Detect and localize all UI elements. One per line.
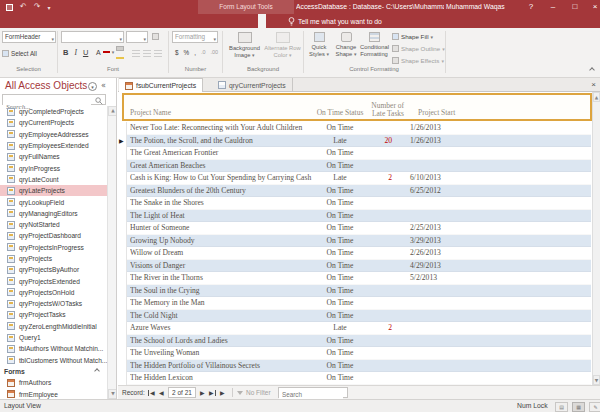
- previous-record-button[interactable]: ◀: [159, 386, 164, 399]
- background-image-button[interactable]: Background Image ▾: [226, 30, 263, 66]
- nav-item-query[interactable]: qryLateCount: [0, 174, 107, 185]
- cell-project-start[interactable]: 1/26/2013: [410, 135, 441, 148]
- format-painter-icon[interactable]: [152, 33, 159, 40]
- column-header-project-start[interactable]: Project Start: [418, 108, 455, 117]
- nav-scrollbar[interactable]: ▲ ▼: [107, 106, 117, 399]
- table-row[interactable]: ▶ The Potion, the Scroll, and the Cauldr…: [127, 135, 591, 148]
- selection-type-combo[interactable]: FormHeader ▾: [2, 31, 56, 43]
- close-button[interactable]: ×: [586, 0, 600, 14]
- ribbon-tab[interactable]: [226, 14, 234, 28]
- nav-item-query[interactable]: qryProjectsW/OTasks: [0, 298, 107, 309]
- quick-styles-button[interactable]: Quick Styles ▾: [306, 30, 332, 66]
- nav-item-query[interactable]: qryLateProjects: [0, 185, 107, 196]
- conditional-formatting-button[interactable]: Conditional Formatting: [360, 30, 388, 66]
- cell-late-tasks[interactable]: 2: [375, 172, 392, 185]
- align-right-icon[interactable]: [154, 50, 162, 57]
- form-view-button[interactable]: ▤: [555, 402, 568, 412]
- nav-item-query[interactable]: qryProjectsOnHold: [0, 287, 107, 298]
- design-view-button[interactable]: ✎: [589, 402, 600, 412]
- nav-item-query[interactable]: Query1: [0, 332, 107, 343]
- cell-on-time-status[interactable]: On Time: [312, 360, 368, 373]
- document-tab[interactable]: qryCurrentProjects: [212, 78, 293, 92]
- cell-on-time-status[interactable]: On Time: [312, 297, 368, 310]
- record-search-input[interactable]: [279, 390, 343, 399]
- ribbon-tab[interactable]: [93, 14, 101, 28]
- table-row[interactable]: ▶ Great American Beaches On Time: [127, 160, 591, 173]
- help-button[interactable]: ?: [522, 0, 540, 14]
- cell-on-time-status[interactable]: On Time: [312, 247, 368, 260]
- nav-item-query[interactable]: qryManagingEditors: [0, 208, 107, 219]
- layout-view-button[interactable]: ▦: [572, 402, 585, 412]
- cell-project-start[interactable]: 6/25/2012: [410, 185, 441, 198]
- italic-button[interactable]: I: [74, 48, 77, 57]
- scroll-up-icon[interactable]: ▲: [108, 106, 117, 116]
- cell-on-time-status[interactable]: On Time: [312, 310, 368, 323]
- underline-button[interactable]: U: [83, 48, 88, 57]
- column-header-late-tasks[interactable]: Number ofLate Tasks: [362, 102, 404, 118]
- form-header-selected[interactable]: Project Name On Time Status Number ofLat…: [122, 93, 592, 121]
- fill-color-button[interactable]: [116, 45, 124, 57]
- shape-outline-button[interactable]: Shape Outline ▾: [392, 43, 445, 54]
- table-row[interactable]: ▶ The Light of Heat On Time: [127, 210, 591, 223]
- nav-item-query[interactable]: qryProjectsInProgress: [0, 242, 107, 253]
- cell-on-time-status[interactable]: On Time: [312, 285, 368, 298]
- qat-customize-icon[interactable]: ▾: [47, 4, 50, 11]
- table-row[interactable]: ▶ The Cold Night On Time: [127, 310, 591, 323]
- font-size-combo[interactable]: ▾: [126, 31, 148, 43]
- nav-item-query[interactable]: qryNotStarted: [0, 219, 107, 230]
- currency-button[interactable]: $: [175, 49, 179, 56]
- ribbon-tab[interactable]: [6, 14, 14, 28]
- comma-button[interactable]: ,: [194, 49, 196, 56]
- font-name-combo[interactable]: ▾: [61, 31, 124, 43]
- cell-on-time-status[interactable]: On Time: [312, 235, 368, 248]
- nav-item-query[interactable]: tblCustomers Without Match...: [0, 355, 107, 366]
- document-tab[interactable]: fsubCurrentProjects: [119, 78, 203, 92]
- cell-on-time-status[interactable]: Late: [312, 322, 368, 335]
- ribbon-tab[interactable]: [29, 14, 37, 28]
- table-row[interactable]: ▶ The Memory in the Man On Time: [127, 297, 591, 310]
- cell-project-start[interactable]: 4/29/2013: [410, 260, 441, 273]
- cell-late-tasks[interactable]: 20: [375, 135, 392, 148]
- nav-item-query[interactable]: qryFullNames: [0, 151, 107, 162]
- ribbon-tab[interactable]: [140, 14, 148, 28]
- ribbon-tab[interactable]: [198, 14, 206, 28]
- table-row[interactable]: ▶ Visions of Danger On Time 4/29/2013: [127, 260, 591, 273]
- cell-on-time-status[interactable]: Late: [312, 135, 368, 148]
- scroll-up-icon[interactable]: ▲: [593, 92, 600, 102]
- table-row[interactable]: ▶ Willow of Dream On Time 2/26/2013: [127, 247, 591, 260]
- record-position-box[interactable]: 2 of 21: [168, 387, 196, 398]
- cell-project-start[interactable]: 1/26/2013: [410, 122, 441, 135]
- table-row[interactable]: ▶ Never Too Late: Reconnecting with Your…: [127, 122, 591, 135]
- table-row[interactable]: ▶ The Unveiling Woman On Time: [127, 347, 591, 360]
- cell-on-time-status[interactable]: On Time: [312, 260, 368, 273]
- cell-on-time-status[interactable]: On Time: [312, 147, 368, 160]
- nav-item-query[interactable]: qryEmployeesExtended: [0, 140, 107, 151]
- no-filter-button[interactable]: No Filter: [246, 386, 271, 399]
- cell-project-start[interactable]: 2/26/2013: [410, 247, 441, 260]
- cell-on-time-status[interactable]: Late: [312, 172, 368, 185]
- nav-item-query[interactable]: qryLookupField: [0, 196, 107, 207]
- alternate-row-color-button[interactable]: Alternate Row Color ▾: [264, 30, 301, 66]
- cell-project-start[interactable]: 2/25/2013: [410, 222, 441, 235]
- nav-item-query[interactable]: qryProjects: [0, 253, 107, 264]
- table-row[interactable]: ▶ Greatest Blunders of the 20th Century …: [127, 185, 591, 198]
- minimize-button[interactable]: –: [544, 0, 562, 14]
- cell-on-time-status[interactable]: On Time: [312, 272, 368, 285]
- shutter-close-icon[interactable]: «: [101, 81, 106, 90]
- nav-item-query[interactable]: qryProjectTasks: [0, 309, 107, 320]
- select-all-button[interactable]: Select All: [2, 47, 37, 59]
- scroll-down-icon[interactable]: ▼: [593, 375, 600, 385]
- account-name[interactable]: Muhammad Waqas: [446, 0, 506, 14]
- align-center-icon[interactable]: [143, 50, 151, 57]
- percent-button[interactable]: %: [184, 49, 190, 56]
- first-record-button[interactable]: ◀: [148, 386, 155, 399]
- table-row[interactable]: ▶ The Great American Frontier On Time: [127, 147, 591, 160]
- nav-item-query[interactable]: qryProjectsExtended: [0, 275, 107, 286]
- table-row[interactable]: ▶ Cash is King: How to Cut Your Spending…: [127, 172, 591, 185]
- nav-item-query[interactable]: qryEmployeeAddresses: [0, 129, 107, 140]
- close-tab-icon[interactable]: ×: [591, 78, 596, 92]
- shape-effects-button[interactable]: Shape Effects ▾: [392, 55, 444, 66]
- cell-on-time-status[interactable]: On Time: [312, 160, 368, 173]
- nav-item-query[interactable]: tblAuthors Without Matchin...: [0, 343, 107, 354]
- cell-on-time-status[interactable]: On Time: [312, 372, 368, 385]
